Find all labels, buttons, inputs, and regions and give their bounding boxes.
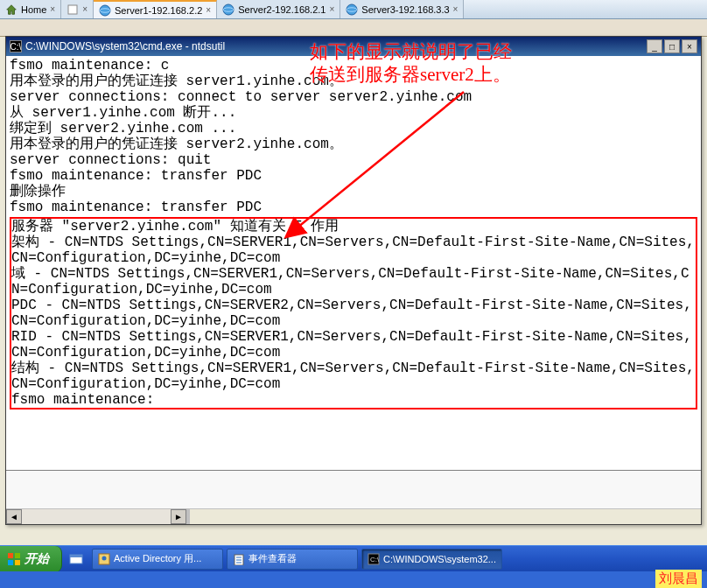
browser-tab-bar: Home × × Server1-192.168.2.2 × Server2-1… [0,0,707,19]
close-icon[interactable]: × [453,4,458,14]
close-icon[interactable]: × [50,4,55,14]
svg-point-3 [223,4,234,15]
eventvwr-icon [233,553,245,565]
term-line: PDC - CN=NTDS Settings,CN=SERVER2,CN=Ser… [11,298,696,329]
browser-tab-blank[interactable]: × [61,0,94,18]
svg-point-1 [100,5,110,16]
term-line: RID - CN=NTDS Settings,CN=SERVER1,CN=Ser… [11,329,696,360]
windows-logo-icon [7,552,21,566]
close-icon[interactable]: × [329,4,334,14]
svg-rect-10 [8,560,13,565]
term-line: fsmo maintenance: [11,392,696,408]
roles-output-block: 服务器 "server2.yinhe.com" 知道有关 5 作用 架构 - C… [10,217,697,410]
taskbar-item-activedirectory[interactable]: Active Directory 用... [92,549,223,570]
svg-point-5 [346,4,357,15]
term-line: 域 - CN=NTDS Settings,CN=SERVER1,CN=Serve… [11,266,696,298]
svg-rect-8 [8,553,13,558]
taskbar: 开始 Active Directory 用... 事件查看器 C:\ C:\WI… [0,545,707,571]
browser-tab-server2[interactable]: Server2-192.168.2.1 × [217,0,340,18]
cmd-body[interactable]: fsmo maintenance: c 用本登录的用户的凭证连接 server1… [6,56,701,470]
close-icon[interactable]: × [82,4,88,14]
svg-text:C:\: C:\ [370,556,380,564]
term-line: 绑定到 server2.yinhe.com ... [10,121,697,136]
close-icon[interactable]: × [206,5,211,15]
sphere-icon [346,4,358,16]
adtool-icon [98,553,110,565]
maximize-button[interactable]: □ [664,39,680,53]
svg-rect-11 [15,560,20,565]
scroll-track[interactable] [22,509,171,524]
sphere-icon [222,4,234,16]
term-line: 服务器 "server2.yinhe.com" 知道有关 5 作用 [11,219,696,234]
term-line: 用本登录的用户的凭证连接 server2.yinhe.com。 [10,136,697,152]
task-label: C:\WINDOWS\system32... [383,554,496,564]
taskbar-item-cmd[interactable]: C:\ C:\WINDOWS\system32... [361,549,502,570]
task-label: Active Directory 用... [114,552,201,565]
quicklaunch [62,550,90,568]
svg-rect-9 [15,553,20,558]
tab-label: Server3-192.168.3.3 [361,4,449,15]
minimize-button[interactable]: _ [647,39,662,53]
term-line: fsmo maintenance: c [10,58,697,74]
horizontal-scrollbar[interactable]: ◄ ► [6,508,701,524]
term-line: server connections: quit [10,152,697,168]
cmd-icon: C:\ [368,553,380,565]
term-line: 结构 - CN=NTDS Settings,CN=SERVER1,CN=Serv… [11,360,696,392]
sphere-icon [99,4,111,17]
close-button[interactable]: × [682,39,697,53]
term-line: 架构 - CN=NTDS Settings,CN=SERVER1,CN=Serv… [11,234,696,266]
tab-label: Server1-192.168.2.2 [115,5,202,16]
cmd-icon: C:\ [10,40,22,52]
scroll-right-button[interactable]: ► [171,509,186,524]
scroll-left-button[interactable]: ◄ [6,509,22,524]
task-label: 事件查看器 [248,552,297,565]
svg-rect-13 [70,555,82,557]
address-bar [0,19,707,37]
tab-label: Home [21,4,46,15]
cmd-lower-pane: ◄ ► [6,470,701,524]
taskbar-item-eventviewer[interactable]: 事件查看器 [227,549,358,570]
term-line: fsmo maintenance: transfer PDC [10,168,697,184]
term-line: 从 server1.yinhe.com 断开... [10,105,697,121]
term-line: 用本登录的用户的凭证连接 server1.yinhe.com。 [10,74,697,89]
quicklaunch-item[interactable] [67,550,85,568]
browser-tab-home[interactable]: Home × [0,0,61,18]
tab-label: Server2-192.168.2.1 [238,4,326,15]
browser-tab-server3[interactable]: Server3-192.168.3.3 × [340,0,464,18]
start-button[interactable]: 开始 [0,546,62,572]
cmd-titlebar[interactable]: C:\ C:\WINDOWS\system32\cmd.exe - ntdsut… [6,37,701,56]
term-line: fsmo maintenance: transfer PDC [10,200,697,215]
blank-tab-icon [66,4,79,16]
start-label: 开始 [24,551,49,567]
watermark-text: 刘晨昌 [655,570,702,588]
svg-rect-0 [68,5,77,14]
home-icon [5,4,18,16]
cmd-title-text: C:\WINDOWS\system32\cmd.exe - ntdsutil [25,40,225,52]
term-line: 删除操作 [10,184,697,200]
bottom-strip: 刘晨昌 [0,571,707,588]
term-line: server connections: connect to server se… [10,89,697,105]
svg-point-15 [102,556,107,560]
browser-tab-server1[interactable]: Server1-192.168.2.2 × [94,0,217,18]
cmd-window: C:\ C:\WINDOWS\system32\cmd.exe - ntdsut… [5,36,702,525]
